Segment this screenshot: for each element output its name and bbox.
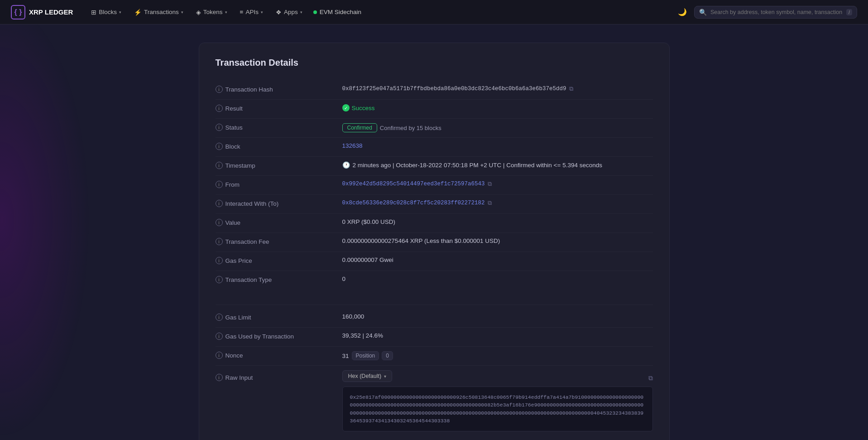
tokens-icon: ◈ xyxy=(196,9,201,16)
value-info-icon[interactable]: i xyxy=(216,219,223,226)
tokens-arrow-icon: ▾ xyxy=(225,10,227,15)
gas-used-label: i Gas Used by Transaction xyxy=(216,332,342,340)
status-value: Confirmed Confirmed by 15 blocks xyxy=(342,123,653,132)
block-value: 132638 xyxy=(342,142,653,149)
nav-item-apps[interactable]: ❖ Apps ▾ xyxy=(270,6,308,19)
raw-input-info-icon[interactable]: i xyxy=(216,374,223,381)
timestamp-row: i Timestamp 🕐 2 minutes ago | October-18… xyxy=(216,157,653,176)
content-card: Transaction Details i Transaction Hash 0… xyxy=(199,43,670,440)
value-value: 0 XRP ($0.00 USD) xyxy=(342,218,653,225)
main-content: Transaction Details i Transaction Hash 0… xyxy=(0,24,868,440)
raw-input-controls: Hex (Default) ▾ ⧉ xyxy=(342,370,653,382)
from-address-link[interactable]: 0x992e42d5d8295c54014497eed3ef1c72597a65… xyxy=(342,181,485,187)
gas-limit-label: i Gas Limit xyxy=(216,313,342,321)
nav-label-tokens: Tokens xyxy=(203,9,223,15)
clock-icon: 🕐 xyxy=(342,161,350,169)
nav-item-apis[interactable]: ≡ APIs ▾ xyxy=(235,6,269,18)
nav-item-tokens[interactable]: ◈ Tokens ▾ xyxy=(191,6,233,19)
gas-limit-info-icon[interactable]: i xyxy=(216,314,223,321)
transactions-arrow-icon: ▾ xyxy=(181,10,183,15)
dropdown-arrow-icon: ▾ xyxy=(384,374,386,379)
interacted-row: i Interacted With (To) 0x8cde56336e289c0… xyxy=(216,195,653,214)
navbar: { } XRP LEDGER ⊞ Blocks ▾ ⚡ Transactions… xyxy=(0,0,868,24)
gas-price-info-icon[interactable]: i xyxy=(216,257,223,264)
gas-limit-row: i Gas Limit 160,000 xyxy=(216,309,653,328)
block-link[interactable]: 132638 xyxy=(342,142,363,149)
evm-status-dot xyxy=(313,10,317,14)
nav-item-transactions[interactable]: ⚡ Transactions ▾ xyxy=(129,6,189,19)
tx-type-value: 0 xyxy=(342,276,653,282)
from-info-icon[interactable]: i xyxy=(216,181,223,188)
search-icon: 🔍 xyxy=(699,9,707,16)
blocks-icon: ⊞ xyxy=(91,9,96,16)
status-label: i Status xyxy=(216,123,342,131)
nav-item-blocks[interactable]: ⊞ Blocks ▾ xyxy=(86,6,127,19)
timestamp-info-icon[interactable]: i xyxy=(216,162,223,169)
success-circle-icon: ✓ xyxy=(342,104,350,111)
theme-toggle-button[interactable]: 🌙 xyxy=(676,6,689,18)
status-info-icon[interactable]: i xyxy=(216,124,223,131)
tx-hash-value: 0x8f123f25e047a5171b7ffbdbebda86a0e0b3dc… xyxy=(342,85,653,92)
tx-fee-info-icon[interactable]: i xyxy=(216,238,223,245)
from-copy-icon[interactable]: ⧉ xyxy=(488,180,492,188)
nav-right: 🌙 🔍 / xyxy=(676,6,857,19)
result-info-icon[interactable]: i xyxy=(216,105,223,112)
logo-icon: { } xyxy=(11,5,25,19)
from-label: i From xyxy=(216,180,342,188)
nav-label-blocks: Blocks xyxy=(99,9,117,15)
nav-items: ⊞ Blocks ▾ ⚡ Transactions ▾ ◈ Tokens ▾ ≡… xyxy=(86,6,676,19)
search-shortcut: / xyxy=(846,9,852,15)
interacted-value: 0x8cde56336e289c028c8f7cf5c20283ff022721… xyxy=(342,199,653,207)
apps-arrow-icon: ▾ xyxy=(300,10,302,15)
search-bar[interactable]: 🔍 / xyxy=(694,6,857,19)
tx-type-row: i Transaction Type 0 xyxy=(216,271,653,290)
result-label: i Result xyxy=(216,104,342,112)
tx-fee-row: i Transaction Fee 0.000000000000275464 X… xyxy=(216,233,653,252)
tx-fee-value: 0.000000000000275464 XRP (Less than $0.0… xyxy=(342,237,653,244)
interacted-copy-icon[interactable]: ⧉ xyxy=(488,199,492,207)
value-row: i Value 0 XRP ($0.00 USD) xyxy=(216,214,653,233)
gas-used-info-icon[interactable]: i xyxy=(216,333,223,340)
page-title: Transaction Details xyxy=(216,58,653,68)
interacted-address-link[interactable]: 0x8cde56336e289c028c8f7cf5c20283ff022721… xyxy=(342,200,485,206)
tx-hash-copy-icon[interactable]: ⧉ xyxy=(569,85,573,92)
result-value: ✓ Success xyxy=(342,104,653,111)
apis-arrow-icon: ▾ xyxy=(261,10,263,15)
apis-icon: ≡ xyxy=(240,9,244,15)
nav-label-apis: APIs xyxy=(245,9,259,15)
nav-label-transactions: Transactions xyxy=(144,9,179,15)
gas-section: i Gas Limit 160,000 i Gas Used by Transa… xyxy=(216,309,653,436)
logo[interactable]: { } XRP LEDGER xyxy=(11,5,73,19)
raw-input-row: i Raw Input Hex (Default) ▾ ⧉ 0x25e817af… xyxy=(216,366,653,436)
nonce-value: 31 Position 0 xyxy=(342,351,653,360)
value-label: i Value xyxy=(216,218,342,226)
raw-input-copy-icon[interactable]: ⧉ xyxy=(648,374,653,382)
gas-price-value: 0.000000007 Gwei xyxy=(342,256,653,263)
tx-fee-label: i Transaction Fee xyxy=(216,237,342,245)
search-input[interactable] xyxy=(710,9,843,15)
nonce-label: i Nonce xyxy=(216,351,342,359)
hex-format-dropdown[interactable]: Hex (Default) ▾ xyxy=(342,370,393,382)
nav-label-apps: Apps xyxy=(284,9,298,15)
nonce-row: i Nonce 31 Position 0 xyxy=(216,347,653,366)
nonce-info-icon[interactable]: i xyxy=(216,352,223,359)
from-value: 0x992e42d5d8295c54014497eed3ef1c72597a65… xyxy=(342,180,653,188)
tx-hash-label: i Transaction Hash xyxy=(216,85,342,93)
tx-details-section: i Transaction Hash 0x8f123f25e047a5171b7… xyxy=(216,81,653,290)
section-divider xyxy=(216,305,653,305)
tx-hash-row: i Transaction Hash 0x8f123f25e047a5171b7… xyxy=(216,81,653,100)
status-confirmed-badge: Confirmed xyxy=(342,123,377,132)
nonce-position-value: 0 xyxy=(382,351,393,360)
position-badge: Position xyxy=(352,351,379,360)
apps-icon: ❖ xyxy=(276,9,282,16)
block-row: i Block 132638 xyxy=(216,138,653,157)
transactions-icon: ⚡ xyxy=(134,9,142,16)
tx-hash-info-icon[interactable]: i xyxy=(216,86,223,93)
gas-used-value: 39,352 | 24.6% xyxy=(342,332,653,339)
nav-evm[interactable]: EVM Sidechain xyxy=(313,9,361,15)
interacted-info-icon[interactable]: i xyxy=(216,200,223,207)
tx-type-info-icon[interactable]: i xyxy=(216,276,223,283)
evm-label: EVM Sidechain xyxy=(320,9,361,15)
block-info-icon[interactable]: i xyxy=(216,143,223,150)
raw-input-label: i Raw Input xyxy=(216,370,342,381)
